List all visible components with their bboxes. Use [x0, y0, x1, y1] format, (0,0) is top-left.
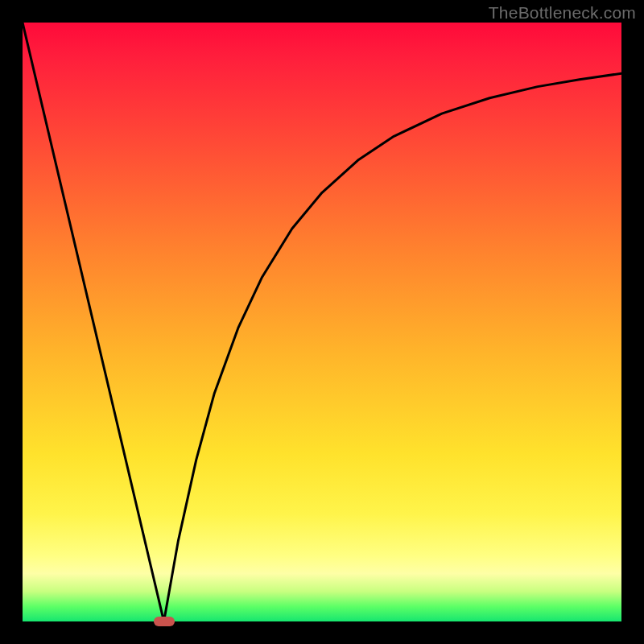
bottleneck-curve: [23, 23, 621, 621]
chart-frame: TheBottleneck.com: [0, 0, 644, 644]
minimum-marker: [154, 617, 175, 626]
watermark-text: TheBottleneck.com: [489, 3, 636, 23]
plot-area: [23, 23, 621, 621]
curve-layer: [23, 23, 621, 621]
